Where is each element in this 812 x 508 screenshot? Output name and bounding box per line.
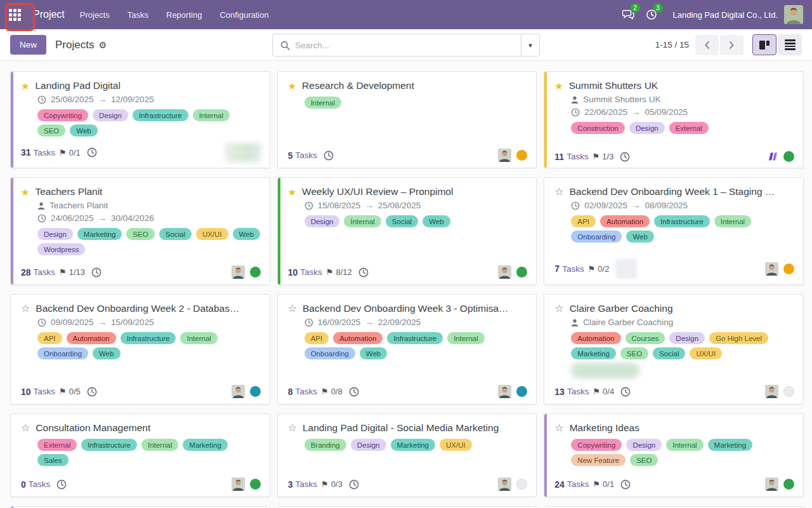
schedule-clock-icon[interactable]: [620, 387, 631, 397]
assignee-avatar[interactable]: [232, 265, 245, 279]
project-title[interactable]: Marketing Ideas: [570, 422, 639, 434]
list-view-button[interactable]: [778, 34, 802, 55]
project-title[interactable]: Backend Dev Onboarding Week 2 - Databas…: [36, 303, 239, 314]
assignee-avatar[interactable]: [765, 385, 778, 398]
search-box[interactable]: ▾: [272, 34, 540, 57]
project-card[interactable]: ☆ Landing Pad Digital - Social Media Mar…: [277, 413, 537, 497]
project-card[interactable]: ★ Research & Development Internal 5 Task…: [277, 71, 537, 168]
project-card[interactable]: ☆ Marketing Ideas CopywritingDesignInter…: [544, 413, 804, 497]
schedule-clock-icon[interactable]: [87, 387, 97, 397]
project-title[interactable]: Weekly UX/UI Review – Pronpimol: [302, 186, 453, 197]
pager-previous-button[interactable]: [695, 35, 719, 55]
project-card[interactable]: ☆ Consultation Management ExternalInfras…: [10, 413, 270, 497]
tasks-label[interactable]: Tasks: [567, 479, 589, 489]
search-dropdown-caret[interactable]: ▾: [521, 34, 539, 56]
favorite-star-icon[interactable]: ☆: [21, 423, 30, 433]
project-title[interactable]: Backend Dev Onboarding Week 1 – Staging …: [570, 186, 775, 197]
project-title[interactable]: Teachers Planit: [35, 186, 102, 197]
project-card[interactable]: ☆ Backend Dev Onboarding Week 3 - Optimi…: [277, 294, 537, 404]
tasks-label[interactable]: Tasks: [34, 148, 56, 157]
tasks-label[interactable]: Tasks: [567, 387, 589, 396]
favorite-star-icon[interactable]: ☆: [288, 304, 297, 314]
project-card[interactable]: ☆ Backend Dev Onboarding Week 2 - Databa…: [10, 294, 270, 404]
menu-configuration[interactable]: Configuration: [219, 10, 268, 20]
current-app-name[interactable]: Project: [33, 9, 65, 20]
assignee-avatar[interactable]: [498, 265, 511, 279]
menu-projects[interactable]: Projects: [80, 10, 110, 20]
activities-button[interactable]: 3: [640, 0, 663, 29]
assignee-avatar[interactable]: [232, 385, 245, 398]
status-indicator[interactable]: [516, 150, 527, 161]
schedule-clock-icon[interactable]: [349, 387, 359, 397]
project-title[interactable]: Landing Pad Digital: [35, 80, 120, 91]
favorite-star-icon[interactable]: ☆: [288, 423, 297, 433]
kanban-view-button[interactable]: [752, 34, 776, 55]
new-button[interactable]: New: [10, 35, 46, 55]
schedule-clock-icon[interactable]: [620, 152, 630, 162]
project-card[interactable]: ★ Landing Pad Digital 25/08/2025 → 12/09…: [10, 71, 270, 168]
schedule-clock-icon[interactable]: [87, 147, 97, 157]
status-indicator[interactable]: [783, 386, 794, 397]
project-card[interactable]: ☆ Claire Garber Coaching Claire Garber C…: [544, 294, 804, 404]
status-indicator[interactable]: [783, 151, 794, 162]
favorite-star-icon[interactable]: ☆: [21, 304, 30, 314]
schedule-clock-icon[interactable]: [324, 150, 334, 161]
status-indicator[interactable]: [516, 386, 527, 397]
tasks-label[interactable]: Tasks: [29, 479, 51, 489]
tasks-label[interactable]: Tasks: [566, 152, 589, 161]
project-card[interactable]: ★ Teachers Planit Teachers Planit 24/06/…: [10, 177, 270, 285]
project-card[interactable]: ☆ Backend Dev Onboarding Week 1 – Stagin…: [544, 177, 804, 285]
favorite-star-icon[interactable]: ★: [288, 187, 296, 197]
schedule-clock-icon[interactable]: [91, 267, 102, 277]
schedule-clock-icon[interactable]: [620, 479, 631, 490]
rocket-bolt-icon[interactable]: [768, 152, 778, 161]
status-indicator[interactable]: [250, 479, 261, 490]
project-title[interactable]: Consultation Management: [36, 422, 150, 434]
schedule-clock-icon[interactable]: [56, 479, 67, 490]
tasks-label[interactable]: Tasks: [295, 479, 317, 489]
pager-next-button[interactable]: [720, 35, 743, 55]
assignee-avatar[interactable]: [498, 385, 511, 398]
status-indicator[interactable]: [783, 264, 794, 274]
user-avatar[interactable]: [784, 5, 803, 24]
favorite-star-icon[interactable]: ★: [554, 81, 563, 91]
project-title[interactable]: Landing Pad Digital - Social Media Marke…: [303, 422, 499, 434]
assignee-avatar[interactable]: [498, 149, 511, 162]
assignee-avatar[interactable]: [765, 478, 778, 491]
tasks-label[interactable]: Tasks: [34, 387, 56, 396]
assignee-avatar[interactable]: [498, 478, 511, 491]
status-indicator[interactable]: [783, 479, 794, 490]
favorite-star-icon[interactable]: ☆: [554, 304, 563, 314]
favorite-star-icon[interactable]: ☆: [554, 423, 563, 433]
search-input[interactable]: [295, 41, 521, 50]
favorite-star-icon[interactable]: ☆: [554, 187, 563, 197]
project-title[interactable]: Claire Garber Coaching: [570, 303, 673, 314]
tasks-label[interactable]: Tasks: [295, 387, 317, 396]
assignee-avatar[interactable]: [232, 478, 245, 491]
project-title[interactable]: Backend Dev Onboarding Week 3 - Optimisa…: [303, 303, 509, 314]
status-indicator[interactable]: [250, 386, 261, 397]
tasks-label[interactable]: Tasks: [562, 264, 584, 274]
tasks-label[interactable]: Tasks: [300, 267, 322, 277]
assignee-avatar[interactable]: [765, 262, 778, 276]
schedule-clock-icon[interactable]: [358, 267, 369, 277]
project-title[interactable]: Summit Shutters UK: [569, 80, 658, 91]
favorite-star-icon[interactable]: ★: [288, 81, 296, 91]
status-indicator[interactable]: [250, 267, 261, 277]
status-indicator[interactable]: [516, 479, 527, 490]
action-gear-icon[interactable]: ⚙: [98, 40, 107, 50]
apps-menu-button[interactable]: [0, 0, 29, 29]
schedule-clock-icon[interactable]: [349, 479, 359, 490]
status-indicator[interactable]: [516, 267, 527, 277]
project-title[interactable]: Research & Development: [302, 80, 414, 91]
menu-reporting[interactable]: Reporting: [166, 10, 202, 20]
project-card[interactable]: ★ Weekly UX/UI Review – Pronpimol 15/08/…: [277, 177, 537, 285]
menu-tasks[interactable]: Tasks: [128, 10, 148, 20]
messages-button[interactable]: 2: [617, 0, 640, 29]
tasks-label[interactable]: Tasks: [34, 267, 56, 277]
tasks-label[interactable]: Tasks: [295, 150, 317, 160]
company-name[interactable]: Landing Pad Digital Co., Ltd.: [673, 10, 778, 20]
favorite-star-icon[interactable]: ★: [21, 81, 29, 91]
project-card[interactable]: ★ Summit Shutters UK Summit Shutters UK …: [544, 71, 804, 168]
favorite-star-icon[interactable]: ★: [21, 187, 29, 197]
